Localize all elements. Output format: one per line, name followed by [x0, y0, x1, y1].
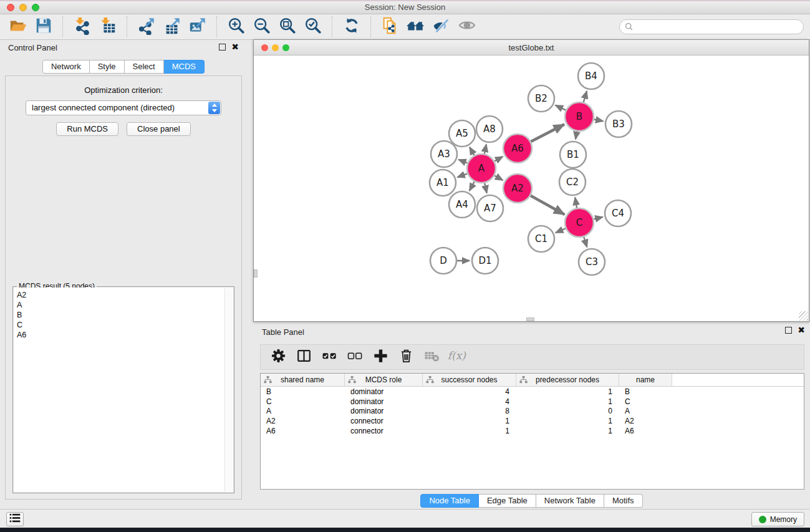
- graph-node-D1[interactable]: D1: [472, 248, 498, 274]
- tab-node-table[interactable]: Node Table: [420, 494, 479, 508]
- table-cell[interactable]: 1: [516, 427, 619, 435]
- graph-node-A5[interactable]: A5: [449, 120, 475, 147]
- delete-column-button[interactable]: [394, 346, 418, 369]
- table-cell[interactable]: B: [619, 387, 672, 396]
- column-header-name[interactable]: name: [619, 374, 672, 386]
- table-cell[interactable]: 1: [423, 427, 516, 435]
- zoom-in-button[interactable]: [223, 16, 249, 38]
- table-cell[interactable]: 1: [516, 387, 619, 396]
- column-header-shared-name[interactable]: shared name: [261, 374, 345, 386]
- graph-node-B2[interactable]: B2: [528, 85, 554, 112]
- window-close-button[interactable]: [7, 4, 14, 11]
- close-table-panel-icon[interactable]: ✖: [798, 327, 805, 334]
- graph-node-B1[interactable]: B1: [560, 142, 586, 168]
- memory-button[interactable]: Memory: [751, 512, 804, 526]
- zoom-selected-button[interactable]: [300, 16, 325, 38]
- mcds-result-item[interactable]: A6: [17, 330, 233, 340]
- table-cell[interactable]: 8: [423, 407, 516, 415]
- graph-node-C3[interactable]: C3: [579, 249, 605, 275]
- table-cell[interactable]: A2: [261, 417, 345, 425]
- graph-node-C2[interactable]: C2: [559, 169, 586, 195]
- graph-node-A[interactable]: A: [467, 154, 496, 183]
- mcds-result-item[interactable]: A: [17, 300, 233, 310]
- table-cell[interactable]: B: [261, 387, 345, 396]
- select-all-columns-button[interactable]: [317, 346, 341, 369]
- table-row[interactable]: Cdominator41C: [261, 397, 804, 407]
- window-minimize-button[interactable]: [19, 4, 27, 11]
- deselect-all-columns-button[interactable]: [343, 346, 367, 369]
- open-network-file-button[interactable]: [377, 16, 403, 38]
- export-network-button[interactable]: [133, 16, 159, 38]
- network-window-titlebar[interactable]: testGlobe.txt: [254, 40, 809, 56]
- graph-node-A2[interactable]: A2: [503, 174, 532, 203]
- search-input[interactable]: [619, 19, 804, 34]
- add-column-button[interactable]: [369, 346, 392, 369]
- float-panel-icon[interactable]: [219, 44, 226, 51]
- column-header-predecessor-nodes[interactable]: predecessor nodes: [516, 374, 619, 386]
- table-cell[interactable]: connector: [345, 417, 423, 425]
- graph-node-A7[interactable]: A7: [477, 195, 503, 221]
- hide-graphics-details-button[interactable]: [428, 16, 454, 38]
- table-cell[interactable]: A6: [619, 427, 672, 435]
- optimization-criterion-select[interactable]: largest connected component (directed): [26, 100, 221, 115]
- network-canvas[interactable]: B4B2BB3A5A8A6A3B1AA1C2A2A4A7C4CC1C3DD1: [254, 56, 809, 321]
- table-cell[interactable]: connector: [345, 427, 423, 435]
- import-table-button[interactable]: [95, 16, 120, 38]
- run-mcds-button[interactable]: Run MCDS: [56, 122, 118, 136]
- network-window-close-button[interactable]: [261, 44, 268, 51]
- tab-network[interactable]: Network: [42, 60, 90, 74]
- tab-edge-table[interactable]: Edge Table: [479, 494, 536, 508]
- table-cell[interactable]: dominator: [345, 407, 423, 415]
- show-panels-button[interactable]: [6, 512, 24, 526]
- table-cell[interactable]: C: [261, 397, 345, 406]
- table-cell[interactable]: C: [619, 397, 672, 406]
- save-button[interactable]: [31, 16, 56, 38]
- graph-node-C4[interactable]: C4: [605, 200, 631, 226]
- close-panel-button[interactable]: Close panel: [127, 122, 191, 136]
- zoom-out-button[interactable]: [249, 16, 274, 38]
- zoom-fit-button[interactable]: [274, 16, 300, 38]
- table-cell[interactable]: 1: [423, 417, 516, 425]
- tab-style[interactable]: Style: [90, 60, 125, 74]
- graph-node-A3[interactable]: A3: [431, 141, 457, 167]
- settings-gear-button[interactable]: [266, 346, 290, 369]
- import-network-button[interactable]: [69, 16, 95, 38]
- table-cell[interactable]: A: [619, 407, 672, 415]
- home-button[interactable]: [403, 16, 428, 38]
- column-header-successor-nodes[interactable]: successor nodes: [423, 374, 516, 386]
- graph-node-B[interactable]: B: [565, 102, 594, 131]
- export-image-button[interactable]: [185, 16, 210, 38]
- float-table-panel-icon[interactable]: [785, 327, 792, 334]
- table-cell[interactable]: dominator: [345, 397, 423, 406]
- result-list-scrollbar[interactable]: [224, 288, 233, 491]
- export-table-button[interactable]: [159, 16, 185, 38]
- graph-node-A8[interactable]: A8: [476, 116, 503, 142]
- mcds-result-item[interactable]: C: [17, 320, 233, 330]
- mcds-result-list[interactable]: A2ABCA6: [14, 288, 233, 492]
- network-window-zoom-button[interactable]: [282, 44, 289, 51]
- table-cell[interactable]: A2: [619, 417, 672, 425]
- show-columns-button[interactable]: [292, 346, 316, 369]
- birds-eye-view-button[interactable]: [454, 16, 480, 38]
- graph-node-B3[interactable]: B3: [605, 111, 632, 137]
- table-cell[interactable]: 1: [516, 417, 619, 425]
- table-cell[interactable]: 1: [516, 397, 619, 406]
- graph-node-A1[interactable]: A1: [430, 170, 456, 196]
- close-panel-icon[interactable]: ✖: [231, 44, 239, 51]
- tab-select[interactable]: Select: [125, 60, 164, 74]
- tab-network-table[interactable]: Network Table: [536, 494, 604, 508]
- refresh-button[interactable]: [339, 16, 364, 38]
- canvas-left-handle[interactable]: [254, 269, 258, 278]
- open-folder-button[interactable]: [5, 16, 31, 38]
- table-cell[interactable]: dominator: [345, 387, 423, 396]
- graph-node-A4[interactable]: A4: [449, 191, 475, 218]
- tab-motifs[interactable]: Motifs: [604, 494, 643, 508]
- table-cell[interactable]: 0: [516, 407, 619, 415]
- table-cell[interactable]: A6: [261, 427, 345, 435]
- select-stepper-icon[interactable]: [208, 102, 220, 114]
- window-resize-grip[interactable]: [799, 311, 808, 321]
- graph-node-D[interactable]: D: [430, 248, 456, 274]
- column-header-mcds-role[interactable]: MCDS role: [345, 374, 423, 386]
- window-zoom-button[interactable]: [32, 4, 39, 11]
- network-window-minimize-button[interactable]: [272, 44, 279, 51]
